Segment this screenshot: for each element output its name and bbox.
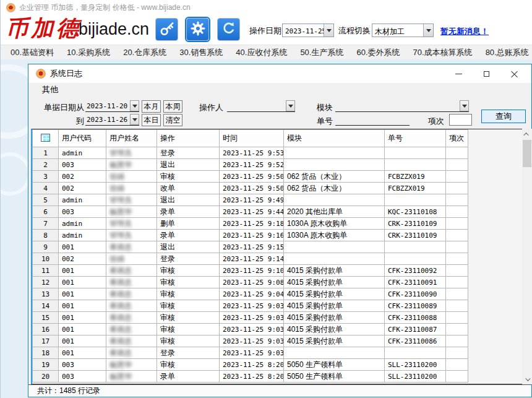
table-row[interactable]: 16001蒋德忠审核2023-11-25 9:034015 采购付款单CFK-2… (33, 324, 468, 335)
new-message-link[interactable]: 暂无新消息！ (440, 26, 489, 37)
cell-doc_no (385, 194, 446, 206)
this-month-button[interactable]: 本月 (142, 100, 161, 113)
dialog-icon (36, 69, 46, 79)
menu-tab[interactable]: 30.销售系统 (179, 47, 223, 58)
chevron-down-icon[interactable] (460, 100, 469, 111)
cell-operation: 审核 (157, 171, 220, 183)
chevron-down-icon[interactable] (286, 100, 295, 111)
module-select[interactable] (335, 100, 469, 112)
cell-doc_no (385, 347, 446, 359)
table-row[interactable]: 5admin管理员退出2023-11-25 9:49 (33, 194, 468, 206)
operator-select[interactable] (227, 100, 295, 112)
table-row[interactable]: 4002徐娟改单2023-11-25 9:50062 货品（木业）FCBZZX0… (33, 183, 468, 194)
cell-item (446, 183, 468, 194)
table-row[interactable]: 7admin管理员删单2023-11-25 9:181030A 原木收购单CRK… (33, 218, 468, 230)
menu-tabbar: 00.基础资料10.采购系统20.仓库系统30.销售系统40.应收付系统50.生… (1, 45, 532, 59)
cell-operation: 审核 (157, 300, 220, 312)
table-row[interactable]: 9001蒋德忠退出2023-11-25 9:15 (33, 241, 468, 253)
cell-operation: 审核 (157, 265, 220, 277)
today-button[interactable]: 本日 (142, 114, 161, 126)
logo-bar: 币加德 bijiade.cn (1, 15, 532, 45)
item-input[interactable] (449, 114, 472, 126)
table-row[interactable]: 8admin管理员录单2023-11-25 9:161030A 原木收购单CRK… (33, 230, 468, 241)
table-row[interactable]: 2003杨慧华退出2023-11-25 9:52 (33, 159, 468, 171)
date-to-select[interactable]: 2023-11-26 (85, 114, 139, 126)
table-row[interactable]: 10002徐娟登录2023-11-25 9:14 (33, 253, 468, 265)
table-row[interactable]: 19003杨慧华审核2023-11-25 8:205050 生产领料单SLL-2… (33, 359, 468, 371)
cell-doc_no: CFK-23110092 (385, 265, 446, 277)
menu-item-other[interactable]: 其他 (42, 84, 58, 95)
clear-button[interactable]: 清空 (163, 114, 182, 126)
table-row[interactable]: 12001蒋德忠审核2023-11-25 9:084015 采购付款单CFK-2… (33, 277, 468, 288)
table-row[interactable]: 1admin管理员登录2023-11-25 9:53 (33, 147, 468, 159)
chevron-down-icon[interactable] (423, 24, 433, 37)
cell-module: 4015 采购付款单 (284, 312, 385, 324)
docno-input[interactable] (335, 114, 410, 126)
scroll-down-button[interactable] (522, 374, 532, 384)
menu-tab[interactable]: 00.基础资料 (11, 47, 54, 58)
cell-doc_no: CRK-23110109 (385, 218, 446, 230)
cell-item (446, 194, 468, 206)
table-row[interactable]: 3002徐娟审核2023-11-25 9:50062 货品（木业）FCBZZX0… (33, 171, 468, 183)
date-from-select[interactable]: 2023-11-20 (85, 100, 139, 112)
scroll-up-button[interactable] (522, 129, 532, 139)
row-number-cell: 18 (33, 347, 59, 359)
menu-tab[interactable]: 60.委外系统 (356, 47, 400, 58)
refresh-button[interactable] (217, 18, 240, 41)
column-header[interactable]: 项次 (446, 130, 468, 147)
flow-switch-value: 木材加工 (372, 24, 423, 37)
minimize-button[interactable] (445, 64, 473, 83)
table-row[interactable]: 6003杨慧华录单2023-11-25 9:442020 其他出库单KQC-23… (33, 206, 468, 218)
column-header[interactable]: 用户代码 (59, 130, 106, 147)
maximize-button[interactable] (473, 64, 500, 83)
module-label: 模块 (317, 102, 333, 113)
cell-user_code: 001 (59, 288, 106, 300)
cell-user_name: 蒋德忠 (106, 312, 157, 324)
cell-module: 4015 采购付款单 (284, 277, 385, 288)
brand-logo-zh: 币加德 (6, 14, 82, 44)
close-button[interactable] (500, 64, 528, 83)
menu-tab[interactable]: 70.成本核算系统 (413, 47, 473, 58)
cell-user_name: 蒋德忠 (106, 324, 157, 335)
table-row[interactable]: 11001蒋德忠审核2023-11-25 9:104015 采购付款单CFK-2… (33, 265, 468, 277)
scrollbar-thumb[interactable] (523, 140, 531, 167)
cell-user_name: 蒋德忠 (106, 241, 157, 253)
select-all-cell[interactable] (33, 130, 59, 147)
cell-time: 2023-11-25 9:03 (220, 324, 284, 335)
column-header[interactable]: 时间 (220, 130, 284, 147)
table-row[interactable]: 15001蒋德忠审核2023-11-25 9:034015 采购付款单CFK-2… (33, 312, 468, 324)
menu-tab[interactable]: 50.生产系统 (300, 47, 343, 58)
query-button[interactable]: 查询 (481, 110, 526, 123)
menu-tab[interactable]: 10.采购系统 (67, 47, 110, 58)
cell-doc_no (385, 147, 446, 159)
cell-time: 2023-11-25 9:14 (220, 253, 284, 265)
cell-user_code: 002 (59, 253, 106, 265)
table-row[interactable]: 14001蒋德忠审核2023-11-25 9:034015 采购付款单CFK-2… (33, 300, 468, 312)
chevron-down-icon[interactable] (324, 24, 333, 37)
operation-date-select[interactable]: 2023-11-25 (282, 24, 334, 37)
password-key-button[interactable] (155, 18, 178, 41)
vertical-scrollbar[interactable] (522, 129, 532, 384)
column-header[interactable]: 单号 (385, 130, 446, 147)
chevron-down-icon[interactable] (130, 100, 139, 111)
cell-time: 2023-11-25 9:10 (220, 265, 284, 277)
menu-tab[interactable]: 40.应收付系统 (236, 47, 287, 58)
column-header[interactable]: 用户姓名 (106, 130, 157, 147)
flow-switch-select[interactable]: 木材加工 (372, 24, 434, 37)
table-row[interactable]: 17001蒋德忠审核2023-11-25 9:034015 采购付款单CFK-2… (33, 335, 468, 347)
table-row[interactable]: 13001蒋德忠审核2023-11-25 9:044015 采购付款单CFK-2… (33, 288, 468, 300)
cell-operation: 审核 (157, 335, 220, 347)
table-row[interactable]: 18001蒋德忠登录2023-11-25 9:03 (33, 347, 468, 359)
chevron-up-icon (523, 132, 528, 137)
cell-operation: 改单 (157, 183, 220, 194)
column-header[interactable]: 模块 (284, 130, 385, 147)
row-number-cell: 5 (33, 194, 59, 206)
menu-tab[interactable]: 80.总账系统 (486, 47, 529, 58)
column-header[interactable]: 操作 (157, 130, 220, 147)
this-week-button[interactable]: 本周 (163, 100, 182, 113)
menu-tab[interactable]: 20.仓库系统 (123, 47, 166, 58)
row-number-cell: 19 (33, 359, 59, 371)
table-row[interactable]: 20003杨慧华录单2023-11-25 8:205050 生产领料单SLL-2… (33, 371, 468, 383)
settings-button[interactable] (186, 18, 209, 41)
chevron-down-icon[interactable] (130, 114, 139, 125)
